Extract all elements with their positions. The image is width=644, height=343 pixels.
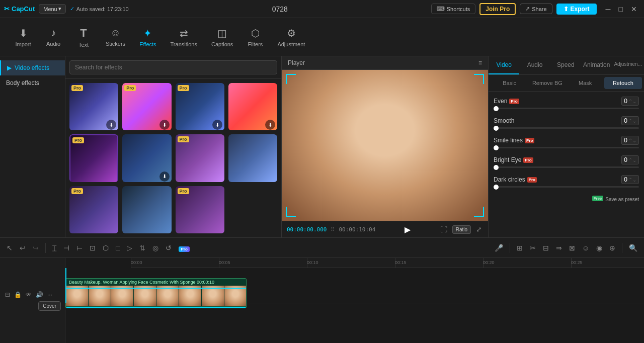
export-button[interactable]: ⬆ Export [556, 4, 597, 15]
ratio-button[interactable]: Ratio [452, 225, 471, 234]
tab-animation[interactable]: Animation [581, 56, 612, 74]
tab-audio[interactable]: Audio [519, 56, 550, 74]
total-time: 00:00:10:04 [339, 226, 375, 233]
fullscreen-button[interactable]: ⛶ [439, 224, 448, 234]
tl-replace-button[interactable]: ⊠ [567, 242, 578, 253]
minimize-button[interactable]: ─ [603, 4, 614, 14]
rotate-button[interactable]: ↺ [163, 242, 174, 253]
tl-smiley-button[interactable]: ☺ [580, 242, 592, 253]
shortcuts-button[interactable]: ⌨ Shortcuts [431, 4, 475, 14]
zoom-in-button[interactable]: 🔍 [626, 242, 640, 253]
eye-button[interactable]: 👁 [25, 290, 33, 299]
effect-haloblur[interactable]: ⬇ Halo Blur [122, 134, 171, 182]
tl-audio-button[interactable]: ⊞ [514, 242, 525, 253]
pro-tool-button[interactable]: Pro [176, 242, 192, 253]
clip-frames [66, 286, 246, 308]
crop-button[interactable]: ⊡ [87, 242, 98, 253]
clip-highlight-bottom [66, 307, 246, 308]
mirror-button[interactable]: ⇅ [137, 242, 148, 253]
tool-text[interactable]: T Text [68, 23, 99, 52]
autosave-icon: ✓ [70, 6, 74, 12]
video-clip[interactable]: Beauty Makeup. Woman Applying Face Cosme… [65, 278, 247, 308]
effect-more1[interactable]: Pro [69, 186, 118, 233]
expand-button[interactable]: ⤢ [475, 224, 483, 234]
clip-highlight-top [66, 288, 246, 289]
subtab-remove-bg[interactable]: Remove BG [528, 77, 566, 89]
free-badge: Free [592, 196, 603, 201]
shield-button[interactable]: ⬡ [100, 242, 111, 253]
subtab-retouch[interactable]: Retouch [604, 77, 642, 89]
menu-button[interactable]: Menu ▾ [39, 4, 66, 14]
trim-left-button[interactable]: ⊣ [61, 242, 72, 253]
retouch-content: Even Pro 0 ⌃⌄ [489, 92, 644, 237]
effect-more3[interactable]: Pro [176, 186, 224, 233]
more-button[interactable]: ··· [46, 290, 53, 299]
split-button[interactable]: ⌶ [50, 242, 59, 253]
tl-cut-button[interactable]: ✂ [527, 242, 538, 253]
tool-adjustment[interactable]: ⚙ Adjustment [270, 23, 312, 51]
pro-badge: Pro [72, 137, 84, 143]
tl-merge-button[interactable]: ⊟ [540, 242, 551, 253]
volume-button[interactable]: 🔊 [35, 290, 44, 299]
playhead[interactable] [65, 268, 66, 303]
lock-button[interactable]: 🔒 [13, 290, 23, 299]
subtab-basic[interactable]: Basic [491, 77, 528, 89]
frame-4 [134, 286, 156, 306]
pro-badge-bright-eye: Pro [523, 157, 533, 163]
effect-more2[interactable] [122, 186, 171, 233]
play-track-button[interactable]: ▷ [124, 242, 135, 253]
player-menu-icon[interactable]: ≡ [478, 59, 482, 66]
play-button[interactable]: ▶ [403, 225, 413, 234]
track-type-button[interactable]: ⊟ [4, 290, 11, 299]
tab-adjustment[interactable]: Adjustmen... [612, 56, 644, 74]
effect-repeat[interactable]: Pro Repea...Shake [176, 134, 224, 182]
logo-icon: ✂ [4, 5, 10, 13]
frame-button[interactable]: □ [113, 242, 122, 253]
tl-split-audio-button[interactable]: ⇒ [553, 242, 565, 253]
tool-stickers[interactable]: ☺ Stickers [99, 23, 132, 51]
effects-panel: Pro ⬇ Spin ...ake 2 Pro ⬇ Butterfly [65, 56, 282, 237]
tl-color2-button[interactable]: ◉ [594, 242, 605, 253]
tool-filters[interactable]: ⬡ Filters [240, 23, 270, 51]
tool-transitions[interactable]: ⇄ Transitions [164, 23, 204, 51]
video-effects-tab[interactable]: ▶ Video effects [0, 60, 65, 75]
tool-audio[interactable]: ♪ Audio [38, 23, 68, 51]
tab-video[interactable]: Video [489, 56, 519, 74]
save-preset-button[interactable]: Save as preset [605, 197, 639, 202]
tl-settings-button[interactable]: ⊕ [607, 242, 618, 253]
download-icon: ⬇ [212, 120, 222, 130]
share-button[interactable]: ↗ Share [520, 4, 552, 14]
maximize-button[interactable]: □ [616, 4, 626, 14]
redo-button[interactable]: ↪ [30, 242, 41, 253]
share-icon: ↗ [525, 6, 530, 12]
effect-blackflash[interactable]: Pro Black Flash 2 [69, 134, 118, 182]
tool-captions[interactable]: ◫ Captions [204, 23, 240, 51]
export-icon: ⬆ [564, 6, 569, 13]
right-panel: Video Audio Speed Animation Adjustmen...… [488, 56, 644, 237]
pro-badge: Pro [71, 188, 83, 194]
middle-row: ▶ Video effects Body effects Pro ⬇ Spin … [0, 56, 644, 237]
tool-effects[interactable]: ✦ Effects [132, 23, 163, 51]
color-button[interactable]: ◎ [150, 242, 161, 253]
timeline-body: ⊟ 🔒 👁 🔊 ··· Cover 00:00 00:05 [0, 258, 644, 343]
join-pro-button[interactable]: Join Pro [479, 3, 516, 15]
select-tool-button[interactable]: ↖ [4, 242, 15, 253]
effect-rebound[interactable]: ⬇ Rebou...Swing [228, 83, 277, 130]
effect-squareblur[interactable]: Square Blur [228, 134, 277, 182]
cover-button[interactable]: Cover [38, 301, 61, 311]
download-icon: ⬇ [159, 120, 170, 130]
undo-button[interactable]: ↩ [17, 242, 28, 253]
effect-butterfly[interactable]: Pro ⬇ Butterfly [122, 83, 171, 130]
close-button[interactable]: ✕ [628, 4, 640, 14]
timeline: ↖ ↩ ↪ ⌶ ⊣ ⊢ ⊡ ⬡ □ ▷ ⇅ ◎ ↺ Pro 🎤 ⊞ ✂ ⊟ ⇒ … [0, 237, 644, 343]
subtab-mask[interactable]: Mask [567, 77, 604, 89]
search-input[interactable] [69, 60, 277, 74]
effect-spin[interactable]: Pro ⬇ Spin ...ake 2 [69, 83, 118, 130]
project-title: 0728 [133, 5, 427, 13]
tool-import[interactable]: ⬇ Import [8, 23, 38, 51]
mic-button[interactable]: 🎤 [492, 242, 506, 253]
trim-right-button[interactable]: ⊢ [74, 242, 85, 253]
effect-openup[interactable]: Pro ⬇ Open Up [176, 83, 224, 130]
body-effects-tab[interactable]: Body effects [0, 75, 65, 91]
tab-speed[interactable]: Speed [550, 56, 581, 74]
